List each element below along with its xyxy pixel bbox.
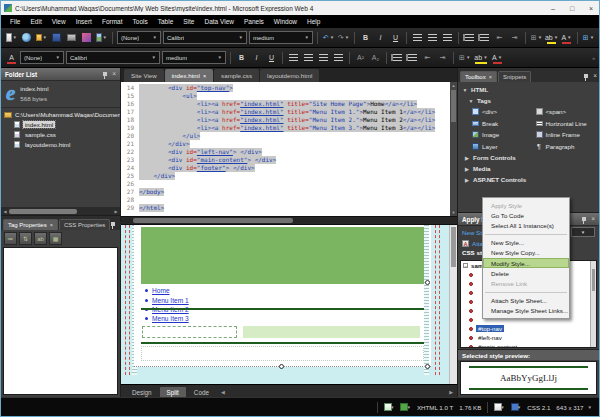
design-view[interactable]: Home Menu Item 1 Menu Item 2 xyxy=(121,225,457,384)
menu-item[interactable]: Panels xyxy=(239,18,269,25)
context-menu-item[interactable]: Modify Style... xyxy=(483,258,569,268)
toolbox-item[interactable]: Horizontal Line xyxy=(536,118,600,130)
code-line[interactable]: 18 <li><a href="index.html" title="Menu … xyxy=(121,116,450,124)
document-tab[interactable]: sample.css × xyxy=(214,69,259,82)
collapse-icon[interactable]: – xyxy=(463,263,468,268)
selection-handle[interactable] xyxy=(279,364,284,369)
file-tree-item[interactable]: sample.css xyxy=(1,130,120,140)
toolbox-item[interactable]: Paragraph xyxy=(536,141,600,153)
scroll-left-icon[interactable]: ◀ xyxy=(1,209,9,214)
bullet-list-button[interactable] xyxy=(478,31,491,45)
justify-button-2[interactable] xyxy=(332,51,345,65)
pin-icon[interactable] xyxy=(111,222,115,226)
close-tab-icon[interactable]: × xyxy=(203,73,206,79)
scrollbar-thumb[interactable] xyxy=(133,218,293,223)
context-menu-item[interactable]: Select All 1 Instance(s) xyxy=(483,221,569,231)
style-select-2[interactable]: (None)▼ xyxy=(20,51,64,64)
paragraph-style-select[interactable]: (None)▼ xyxy=(117,31,161,44)
code-line[interactable]: 15 <ul> xyxy=(121,92,450,100)
footer-block[interactable] xyxy=(141,346,424,361)
context-menu-item[interactable]: Apply Style xyxy=(483,200,569,210)
pin-icon[interactable] xyxy=(584,74,588,78)
code-vscrollbar[interactable]: ▲ ▼ xyxy=(450,82,457,216)
scroll-up-icon[interactable]: ▲ xyxy=(450,82,457,89)
scroll-left-icon[interactable]: ◀ xyxy=(221,389,225,395)
context-menu-item[interactable] xyxy=(485,289,567,293)
decrease-indent-button-2[interactable]: ⇤ xyxy=(421,51,434,65)
close-tab-icon[interactable]: × xyxy=(489,74,492,80)
toolbox-collapsed-group[interactable]: ▶ ASP.NET Controls xyxy=(458,174,599,185)
borders-button[interactable]: ⊞▼ xyxy=(530,31,543,45)
toolbox-tab[interactable]: Toolbox × xyxy=(460,71,497,82)
superpreview-button[interactable] xyxy=(80,31,93,45)
file-tree-item[interactable]: layoutdemo.html xyxy=(1,140,120,150)
toolbox-collapsed-group[interactable]: ▶ Form Controls xyxy=(458,152,599,163)
save-button[interactable] xyxy=(50,31,63,45)
nav-link[interactable]: Home xyxy=(152,287,170,294)
numbered-list-button-2[interactable] xyxy=(391,51,404,65)
document-tab[interactable]: Site View × xyxy=(124,69,164,82)
menu-item[interactable]: Edit xyxy=(25,18,46,25)
menu-item[interactable]: Site xyxy=(178,18,199,25)
new-document-button[interactable]: ▼ xyxy=(5,31,18,45)
categorized-view-button[interactable]: ≔ xyxy=(4,232,17,245)
header-block[interactable] xyxy=(141,227,424,284)
apply-style-icon-button[interactable]: A xyxy=(5,51,18,65)
toolbox-item[interactable]: Layer xyxy=(472,141,536,153)
style-list-item[interactable]: #main-content xyxy=(461,342,596,348)
close-panel-icon[interactable]: × xyxy=(593,73,597,80)
code-line[interactable]: 24 <div id="footer"> </div> xyxy=(121,164,450,172)
code-line[interactable]: 25 </div> xyxy=(121,172,450,180)
scrollbar-thumb[interactable] xyxy=(9,209,77,214)
font-size-select-2[interactable]: medium▼ xyxy=(162,51,226,64)
view-mode-tab[interactable]: Split xyxy=(160,387,186,398)
table-fill-button[interactable]: ⊞▼ xyxy=(582,31,595,45)
insert-picture-button[interactable]: ▼ xyxy=(95,31,108,45)
menu-item[interactable]: File xyxy=(5,18,25,25)
subscript-button[interactable]: A₂ xyxy=(369,51,382,65)
view-mode-tab[interactable]: Design xyxy=(125,387,159,398)
file-tree-item[interactable]: index.html xyxy=(1,120,120,130)
design-vscrollbar[interactable] xyxy=(449,225,457,384)
close-panel-icon[interactable]: × xyxy=(591,216,595,223)
summary-view-button[interactable]: ▦ xyxy=(49,232,62,245)
context-menu-item[interactable]: Remove Link xyxy=(483,279,569,289)
doctype-indicator[interactable]: XHTML 1.0 T xyxy=(417,404,453,411)
close-panel-icon[interactable]: × xyxy=(112,71,116,78)
align-right-button[interactable] xyxy=(441,31,454,45)
nav-link[interactable]: Menu Item 1 xyxy=(152,297,189,304)
toolbox-item[interactable]: Break xyxy=(472,118,536,130)
folder-list-hscrollbar[interactable]: ◀ ▶ xyxy=(1,207,120,215)
close-button[interactable]: × xyxy=(583,1,599,15)
toolbar-overflow-icon[interactable]: » xyxy=(592,55,595,61)
highlight-button[interactable]: ab▼ xyxy=(545,31,558,45)
italic-button[interactable]: I xyxy=(374,31,387,45)
context-menu-item[interactable]: Attach Style Sheet... xyxy=(483,295,569,305)
options-dropdown[interactable]: ▼ xyxy=(571,227,595,237)
scrollbar-thumb[interactable] xyxy=(451,227,456,267)
document-tab[interactable]: layoutdemo.html × xyxy=(260,69,319,82)
bold-button-2[interactable]: B xyxy=(235,51,248,65)
undo-button[interactable]: ↶▼ xyxy=(322,31,335,45)
close-tab-icon[interactable]: × xyxy=(50,222,53,228)
underline-button[interactable]: U xyxy=(389,31,402,45)
align-left-button-2[interactable] xyxy=(287,51,300,65)
open-file-button[interactable]: ▼ xyxy=(35,31,48,45)
decrease-indent-button[interactable]: ⇤ xyxy=(493,31,506,45)
scroll-right-icon[interactable]: ▶ xyxy=(112,209,120,214)
scroll-right-icon[interactable]: ▶ xyxy=(449,389,453,395)
bold-button[interactable]: B xyxy=(359,31,372,45)
align-center-button-2[interactable] xyxy=(302,51,315,65)
code-line[interactable]: 19 <li><a href="index.html" title="Menu … xyxy=(121,124,450,132)
code-editor[interactable]: 14 <div id="top-nav"> 15 <ul> 16 xyxy=(121,82,450,216)
main-content-block[interactable] xyxy=(243,326,420,338)
print-button[interactable] xyxy=(65,31,78,45)
nav-link[interactable]: Menu Item 3 xyxy=(152,315,189,322)
borders-button-2[interactable]: ⊞▼ xyxy=(458,51,471,65)
open-site-button[interactable] xyxy=(20,31,33,45)
bullet-list-button-2[interactable] xyxy=(406,51,419,65)
code-line[interactable]: 29 </html> xyxy=(121,204,450,212)
code-hscrollbar[interactable] xyxy=(121,216,457,225)
code-line[interactable]: 17 <li><a href="index.html" title="Menu … xyxy=(121,108,450,116)
code-line[interactable]: 27 </body> xyxy=(121,188,450,196)
